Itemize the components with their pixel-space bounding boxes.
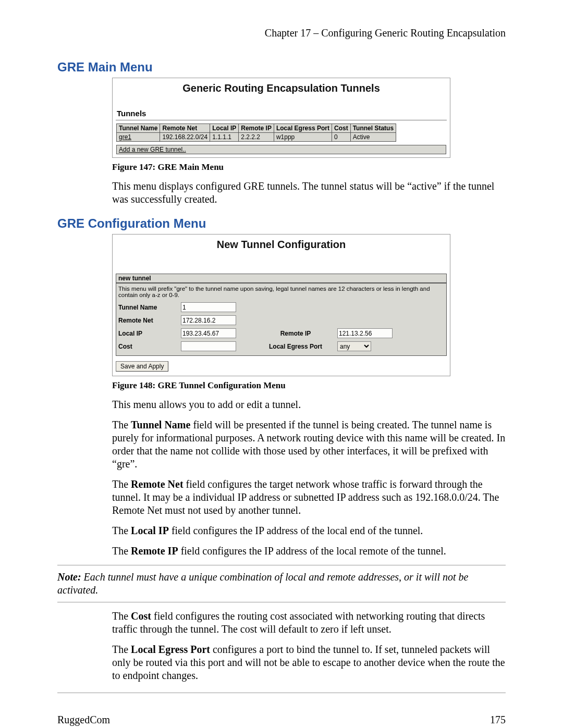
label-cost: Cost [118,343,181,350]
col-tunnel-name: Tunnel Name [117,124,160,133]
cell-local-ip: 1.1.1.1 [210,133,239,142]
paragraph-tunnel-name: The Tunnel Name field will be presented … [112,418,506,471]
footer-brand: RuggedCom [57,714,110,726]
label-local-egress-port: Local Egress Port [254,343,337,350]
tunnels-table: Tunnel Name Remote Net Local IP Remote I… [116,124,396,142]
col-local-ip: Local IP [210,124,239,133]
table-row: gre1 192.168.22.0/24 1.1.1.1 2.2.2.2 w1p… [117,133,396,142]
local-egress-select[interactable]: any [337,341,371,351]
remote-ip-field[interactable] [337,328,393,338]
cell-status: Active [350,133,396,142]
col-cost: Cost [332,124,350,133]
paragraph: This menu displays configured GRE tunnel… [112,180,506,206]
cell-remote-net: 192.168.22.0/24 [160,133,210,142]
figure-gre-main-menu: Generic Routing Encapsulation Tunnels Tu… [112,78,450,158]
panel-title: Generic Routing Encapsulation Tunnels [113,78,450,107]
paragraph-local-ip: The Local IP field configures the IP add… [112,524,506,537]
label-remote-net: Remote Net [118,317,181,324]
label-local-ip: Local IP [118,330,181,337]
cost-field[interactable] [181,341,236,351]
note-block: Note: Each tunnel must have a unique com… [57,565,506,602]
local-ip-field[interactable] [181,328,236,338]
tunnel-name-field[interactable] [181,302,236,312]
add-new-tunnel-link[interactable]: Add a new GRE tunnel.. [116,145,446,154]
cell-tunnel-name[interactable]: gre1 [117,133,160,142]
figure-caption-148: Figure 148: GRE Tunnel Configuration Men… [112,380,506,391]
section-title-gre-main-menu: GRE Main Menu [57,60,506,75]
page-number: 175 [490,714,506,726]
figure-new-tunnel-config: New Tunnel Configuration new tunnel This… [112,234,450,376]
col-tunnel-status: Tunnel Status [350,124,396,133]
tunnels-subhead: Tunnels [117,109,446,118]
panel-title: New Tunnel Configuration [113,235,450,263]
paragraph-cost: The Cost field configures the routing co… [112,610,506,636]
col-remote-net: Remote Net [160,124,210,133]
figure-caption-147: Figure 147: GRE Main Menu [112,162,506,172]
col-local-egress: Local Egress Port [274,124,332,133]
paragraph-local-egress: The Local Egress Port configures a port … [112,643,506,682]
cell-remote-ip: 2.2.2.2 [239,133,274,142]
label-remote-ip: Remote IP [254,330,337,337]
new-tunnel-row-title: new tunnel [116,274,447,283]
config-hint-text: This menu will prefix "gre" to the tunne… [118,286,444,298]
paragraph-remote-net: The Remote Net field configures the targ… [112,478,506,517]
col-remote-ip: Remote IP [239,124,274,133]
cell-cost: 0 [332,133,350,142]
save-and-apply-button[interactable]: Save and Apply [116,361,168,372]
paragraph: This menu allows you to add or edit a tu… [112,398,506,411]
label-tunnel-name: Tunnel Name [118,304,181,311]
remote-net-field[interactable] [181,315,236,325]
cell-egress: w1ppp [274,133,332,142]
section-title-gre-config-menu: GRE Configuration Menu [57,216,506,231]
paragraph-remote-ip: The Remote IP field configures the IP ad… [112,545,506,558]
chapter-header: Chapter 17 – Configuring Generic Routing… [57,27,506,39]
